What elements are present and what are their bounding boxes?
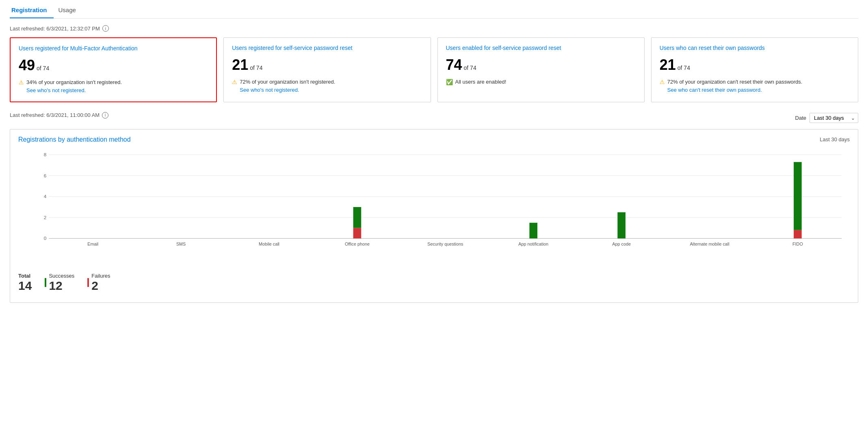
legend-successes: Successes 12	[45, 273, 74, 293]
y-label: 0	[44, 235, 47, 241]
card-sspr-capable-number: 21	[660, 56, 676, 73]
card-sspr-capable-total: of 74	[678, 65, 690, 71]
card-sspr-registered-total: of 74	[250, 65, 262, 71]
card-sspr-registered-link[interactable]: See who's not registered.	[240, 86, 335, 94]
legend-successes-label: Successes	[49, 273, 74, 279]
card-sspr-enabled-number: 74	[446, 56, 462, 73]
legend-total-label: Total	[18, 273, 32, 279]
chart-period: Last 30 days	[820, 136, 850, 142]
bar-label: Email	[87, 242, 98, 246]
card-sspr-capable-status-text: 72% of your organization can't reset the…	[667, 79, 803, 85]
card-sspr-enabled[interactable]: Users enabled for self-service password …	[437, 37, 645, 102]
bar-label: SMS	[176, 242, 186, 246]
bar-label: Office phone	[345, 242, 370, 246]
warning-icon-sspr-reg: ⚠	[232, 79, 237, 85]
chart-section: Registrations by authentication method L…	[10, 129, 858, 303]
warning-icon-sspr-cap: ⚠	[660, 79, 665, 85]
bar-label: Security questions	[427, 242, 463, 246]
success-bar-icon	[45, 278, 46, 287]
tabs-bar: Registration Usage	[10, 0, 858, 19]
legend-failures-label: Failures	[91, 273, 110, 279]
date-label: Date	[795, 115, 806, 121]
card-mfa-status-text: 34% of your organization isn't registere…	[26, 79, 122, 85]
warning-icon-mfa: ⚠	[19, 79, 24, 86]
card-mfa[interactable]: Users registered for Multi-Factor Authen…	[10, 37, 217, 102]
y-label: 8	[44, 152, 47, 157]
card-sspr-capable-status: ⚠ 72% of your organization can't reset t…	[660, 78, 850, 94]
card-sspr-capable[interactable]: Users who can reset their own passwords …	[651, 37, 858, 102]
card-sspr-capable-title[interactable]: Users who can reset their own passwords	[660, 44, 850, 52]
legend-total: Total 14	[18, 273, 32, 293]
failure-bar-icon	[87, 278, 89, 287]
card-sspr-enabled-total: of 74	[464, 65, 476, 71]
chart-legend: Total 14 Successes 12 Failures 2	[18, 273, 850, 293]
card-sspr-enabled-count: 74 of 74	[446, 56, 636, 73]
card-sspr-enabled-status: ✅ All users are enabled!	[446, 78, 636, 86]
legend-total-value: 14	[18, 279, 32, 293]
bar-label: Mobile call	[259, 242, 279, 246]
success-icon-sspr-enabled: ✅	[446, 79, 453, 85]
card-sspr-registered-status-text: 72% of your organization isn't registere…	[240, 79, 335, 85]
bar-failure	[794, 230, 802, 239]
card-sspr-enabled-title[interactable]: Users enabled for self-service password …	[446, 44, 636, 52]
bar-success	[529, 223, 537, 239]
info-icon-1[interactable]: i	[102, 25, 109, 32]
card-sspr-registered-number: 21	[232, 56, 248, 73]
last-refreshed-1: Last refreshed: 6/3/2021, 12:32:07 PM i	[10, 25, 858, 32]
card-sspr-capable-count: 21 of 74	[660, 56, 850, 73]
chart-svg: 86420EmailSMSMobile callOffice phoneSecu…	[33, 150, 850, 255]
card-mfa-title[interactable]: Users registered for Multi-Factor Authen…	[19, 45, 208, 53]
info-icon-2[interactable]: i	[102, 112, 108, 119]
bar-label: App notification	[518, 242, 548, 246]
card-sspr-capable-link[interactable]: See who can't reset their own password.	[667, 86, 803, 94]
date-dropdown[interactable]: Last 30 days Last 7 days Last 24 hours	[810, 113, 858, 123]
card-sspr-registered[interactable]: Users registered for self-service passwo…	[223, 37, 431, 102]
card-sspr-registered-status: ⚠ 72% of your organization isn't registe…	[232, 78, 422, 94]
card-mfa-total: of 74	[37, 65, 49, 71]
tab-registration[interactable]: Registration	[10, 3, 54, 18]
tab-usage[interactable]: Usage	[57, 3, 82, 18]
bar-success	[794, 162, 802, 230]
section2-header: Last refreshed: 6/3/2021, 11:00:00 AM i …	[10, 112, 858, 124]
date-filter: Date Last 30 days Last 7 days Last 24 ho…	[795, 113, 858, 123]
bar-failure	[353, 228, 361, 239]
date-dropdown-wrapper: Last 30 days Last 7 days Last 24 hours ⌄	[810, 113, 858, 123]
y-label: 4	[44, 194, 47, 199]
last-refreshed-2: Last refreshed: 6/3/2021, 11:00:00 AM i	[10, 112, 108, 119]
y-label: 6	[44, 173, 47, 178]
bar-label: FIDO	[792, 242, 803, 246]
summary-cards: Users registered for Multi-Factor Authen…	[10, 37, 858, 102]
card-sspr-registered-count: 21 of 74	[232, 56, 422, 73]
legend-failures: Failures 2	[87, 273, 110, 293]
chart-header: Registrations by authentication method L…	[18, 136, 850, 143]
chart-area: 86420EmailSMSMobile callOffice phoneSecu…	[18, 150, 850, 257]
card-sspr-registered-title[interactable]: Users registered for self-service passwo…	[232, 44, 422, 52]
bar-label: Alternate mobile call	[690, 242, 729, 246]
card-mfa-status: ⚠ 34% of your organization isn't registe…	[19, 79, 208, 94]
card-mfa-number: 49	[19, 57, 35, 74]
card-mfa-link[interactable]: See who's not registered.	[26, 87, 122, 94]
card-mfa-count: 49 of 74	[19, 57, 208, 74]
legend-successes-value: 12	[49, 279, 74, 293]
bar-label: App code	[612, 242, 631, 246]
legend-failures-value: 2	[91, 279, 110, 293]
bar-success	[617, 212, 626, 238]
y-label: 2	[44, 215, 47, 220]
chart-title: Registrations by authentication method	[18, 136, 131, 143]
card-sspr-enabled-status-text: All users are enabled!	[455, 79, 507, 85]
bar-success	[353, 207, 361, 228]
